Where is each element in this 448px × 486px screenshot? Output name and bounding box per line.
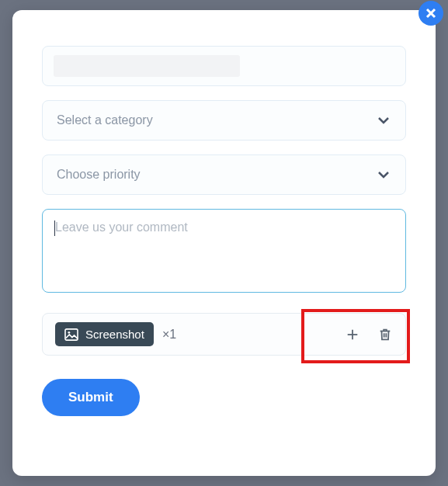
- attachment-row: Screenshot ×1: [42, 313, 406, 356]
- attachment-count: ×1: [162, 328, 176, 342]
- close-icon: [425, 8, 436, 19]
- title-placeholder-skeleton: [54, 55, 240, 77]
- comment-field-wrapper: [42, 209, 406, 293]
- priority-placeholder: Choose priority: [57, 168, 141, 182]
- screenshot-badge[interactable]: Screenshot: [55, 322, 154, 346]
- add-attachment-button[interactable]: [345, 327, 360, 342]
- text-cursor: [54, 220, 55, 236]
- image-icon: [64, 328, 78, 341]
- feedback-modal: Select a category Choose priority Screen…: [12, 10, 436, 476]
- delete-attachment-button[interactable]: [377, 327, 393, 342]
- priority-select[interactable]: Choose priority: [42, 154, 406, 195]
- category-placeholder: Select a category: [57, 113, 153, 127]
- close-button[interactable]: [418, 1, 443, 26]
- attachment-actions: [345, 327, 393, 342]
- chevron-down-icon: [376, 113, 391, 128]
- screenshot-label: Screenshot: [85, 328, 144, 341]
- comment-textarea[interactable]: [55, 220, 393, 281]
- title-field[interactable]: [42, 46, 406, 86]
- svg-point-3: [68, 331, 70, 333]
- plus-icon: [346, 328, 359, 342]
- category-select[interactable]: Select a category: [42, 100, 406, 141]
- svg-rect-2: [65, 328, 78, 339]
- trash-icon: [378, 328, 392, 342]
- chevron-down-icon: [376, 167, 391, 182]
- submit-button[interactable]: Submit: [42, 379, 140, 416]
